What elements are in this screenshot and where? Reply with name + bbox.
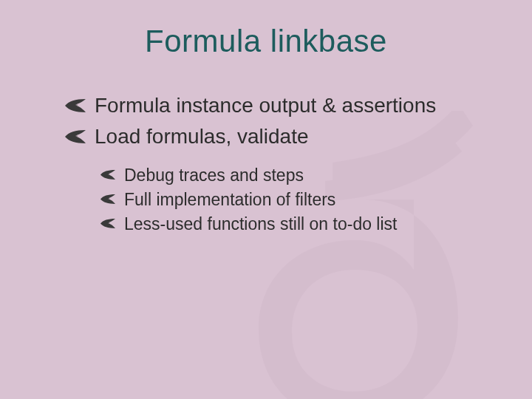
list-item: Formula instance output & assertions bbox=[65, 92, 502, 120]
bullet-text: Load formulas, validate bbox=[95, 123, 309, 151]
wing-bullet-icon bbox=[100, 164, 115, 180]
wing-bullet-icon bbox=[100, 213, 115, 228]
wing-bullet-icon bbox=[65, 123, 86, 143]
wing-bullet-icon bbox=[65, 92, 86, 112]
bullet-text: Formula instance output & assertions bbox=[95, 92, 436, 120]
list-item: Less-used functions still on to-do list bbox=[100, 213, 502, 236]
bullet-text: Full implementation of filters bbox=[124, 188, 335, 211]
list-item: Full implementation of filters bbox=[100, 188, 502, 211]
level1-list: Formula instance output & assertions Loa… bbox=[65, 92, 502, 151]
wing-bullet-icon bbox=[100, 188, 115, 204]
list-item: Debug traces and steps bbox=[100, 164, 502, 187]
slide: Formula linkbase Formula instance output… bbox=[0, 0, 532, 399]
bullet-text: Less-used functions still on to-do list bbox=[124, 213, 397, 236]
slide-title: Formula linkbase bbox=[30, 24, 502, 59]
bullet-text: Debug traces and steps bbox=[124, 164, 304, 187]
list-item: Load formulas, validate bbox=[65, 123, 502, 151]
level2-list: Debug traces and steps Full implementati… bbox=[100, 164, 502, 236]
